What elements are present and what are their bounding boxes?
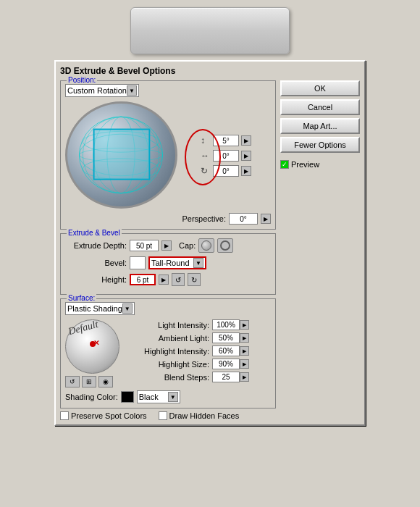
preview-checkbox[interactable]: ✓ (280, 160, 289, 169)
extrude-depth-arrow[interactable]: ▶ (161, 240, 172, 251)
cap-button-round[interactable] (198, 238, 214, 253)
light-prev-btn1[interactable]: ↺ (65, 376, 80, 387)
ambient-light-input[interactable] (212, 332, 240, 343)
light-prev-btn2[interactable]: ⊞ (82, 376, 96, 387)
light-x-marker: ✕ (93, 339, 99, 347)
x-rotation-arrow[interactable]: ▶ (241, 135, 251, 146)
preserve-spot-colors-checkbox[interactable] (60, 411, 69, 420)
height-arrow[interactable]: ▶ (159, 275, 169, 285)
draw-hidden-faces-check-row: Draw Hidden Faces (159, 411, 240, 420)
preview-controls: ↺ ⊞ ◉ (65, 376, 127, 387)
draw-hidden-faces-label: Draw Hidden Faces (169, 411, 240, 420)
surface-section-label: Surface: (67, 294, 96, 302)
perspective-input[interactable] (229, 213, 258, 225)
y-rotation-icon: ↔ (201, 151, 211, 161)
cap-label: Cap: (179, 241, 196, 250)
shading-color-swatch (121, 391, 134, 403)
bevel-dropdown-value: Tall-Round (151, 259, 193, 267)
highlight-intensity-arrow[interactable]: ▶ (240, 346, 249, 356)
position-dropdown[interactable]: Custom Rotation ▼ (65, 84, 139, 97)
sphere-area: ↕ ▶ ↔ ▶ ↻ (65, 101, 271, 210)
z-rotation-arrow[interactable]: ▶ (241, 166, 251, 176)
bevel-row: Bevel: Tall-Round ▼ (65, 256, 271, 269)
blend-steps-label: Blend Steps: (133, 373, 212, 382)
rotation-controls: ↕ ▶ ↔ ▶ ↻ (201, 135, 251, 177)
highlight-size-label: Highlight Size: (133, 360, 212, 369)
preview-check-row: ✓ Preview (280, 160, 360, 169)
rotate-ccw-button[interactable]: ↺ (172, 273, 185, 286)
highlight-size-input[interactable] (212, 359, 240, 369)
surface-dropdown-arrow[interactable]: ▼ (122, 303, 133, 314)
position-dropdown-value: Custom Rotation (67, 86, 127, 95)
height-row: Height: ▶ ↺ ↻ (65, 273, 271, 286)
shading-color-dropdown[interactable]: Black ▼ (137, 390, 180, 403)
preview-label: Preview (291, 160, 319, 169)
cancel-button[interactable]: Cancel (280, 99, 360, 115)
bevel-dropdown[interactable]: Tall-Round ▼ (148, 256, 206, 269)
ambient-light-arrow[interactable]: ▶ (240, 333, 249, 343)
lighting-area: Default ✕ ↺ ⊞ ◉ (65, 319, 271, 387)
blend-steps-input[interactable] (212, 372, 240, 382)
top-preview-area (0, 0, 420, 60)
light-controls: Light Intensity: ▶ Ambient Light: ▶ High… (133, 319, 271, 387)
y-rotation-input[interactable] (213, 150, 239, 162)
rotation-group: ↕ ▶ ↔ ▶ ↻ (201, 135, 251, 177)
y-rotation-row: ↔ ▶ (201, 150, 251, 162)
sphere-container (65, 101, 192, 210)
highlight-intensity-input[interactable] (212, 345, 240, 356)
surface-section: Surface: Plastic Shading ▼ Default (60, 298, 276, 408)
position-row: Custom Rotation ▼ (65, 84, 271, 97)
extrude-bevel-label: Extrude & Bevel (67, 229, 122, 237)
rotate-cw-button[interactable]: ↻ (188, 273, 201, 286)
y-rotation-arrow[interactable]: ▶ (241, 151, 251, 161)
position-section-label: Position: (67, 76, 97, 84)
extrude-depth-row: Extrude Depth: ▶ Cap: (65, 238, 271, 253)
draw-hidden-faces-checkbox[interactable] (159, 411, 167, 420)
sphere-grid-svg (67, 104, 175, 206)
surface-dropdown[interactable]: Plastic Shading ▼ (65, 302, 135, 315)
light-intensity-label: Light Intensity: (133, 321, 212, 330)
preserve-spot-colors-check-row: Preserve Spot Colors (60, 411, 147, 420)
light-intensity-arrow[interactable]: ▶ (240, 320, 249, 330)
dialog-3d-extrude-bevel: 3D Extrude & Bevel Options Position: Cus… (54, 60, 366, 426)
perspective-label: Perspective: (182, 214, 226, 223)
right-panel: OK Cancel Map Art... Fewer Options ✓ Pre… (280, 80, 360, 420)
cap-button-flat[interactable] (217, 238, 233, 253)
shading-color-row: Shading Color: Black ▼ (65, 390, 271, 403)
z-rotation-input[interactable] (213, 165, 239, 177)
height-input[interactable] (130, 274, 156, 285)
shading-color-label: Shading Color: (65, 393, 118, 401)
light-prev-btn3[interactable]: ◉ (98, 376, 113, 387)
bottom-checkboxes-row: Preserve Spot Colors Draw Hidden Faces (60, 411, 276, 420)
x-rotation-row: ↕ ▶ (201, 135, 251, 146)
light-intensity-input[interactable] (212, 319, 240, 330)
preserve-spot-colors-label: Preserve Spot Colors (71, 411, 147, 420)
perspective-row: Perspective: ▶ (65, 213, 271, 225)
map-art-button[interactable]: Map Art... (280, 118, 360, 134)
highlight-size-arrow[interactable]: ▶ (240, 359, 249, 369)
svg-rect-8 (94, 130, 150, 180)
x-rotation-input[interactable] (213, 135, 239, 146)
position-dropdown-arrow[interactable]: ▼ (127, 85, 137, 96)
z-rotation-icon: ↻ (201, 166, 211, 176)
bevel-dropdown-arrow[interactable]: ▼ (193, 258, 203, 268)
object-preview-rect (130, 7, 290, 54)
blend-steps-arrow[interactable]: ▶ (240, 372, 249, 382)
extrude-depth-label: Extrude Depth: (65, 241, 127, 250)
perspective-arrow[interactable]: ▶ (261, 214, 271, 224)
extrude-depth-input[interactable] (130, 240, 159, 251)
bevel-label: Bevel: (65, 259, 127, 267)
ambient-light-row: Ambient Light: ▶ (133, 332, 271, 343)
cap-flat-icon (220, 240, 230, 251)
bevel-swatch (130, 256, 146, 269)
left-panel: Position: Custom Rotation ▼ (60, 80, 276, 420)
light-intensity-row: Light Intensity: ▶ (133, 319, 271, 330)
shading-color-value: Black (139, 393, 168, 401)
blend-steps-row: Blend Steps: ▶ (133, 372, 271, 382)
panels-container: Position: Custom Rotation ▼ (60, 80, 360, 420)
z-rotation-row: ↻ ▶ (201, 165, 251, 177)
highlight-intensity-label: Highlight Intensity: (133, 347, 212, 356)
shading-color-arrow[interactable]: ▼ (168, 392, 178, 402)
ok-button[interactable]: OK (280, 80, 360, 96)
fewer-options-button[interactable]: Fewer Options (280, 137, 360, 153)
